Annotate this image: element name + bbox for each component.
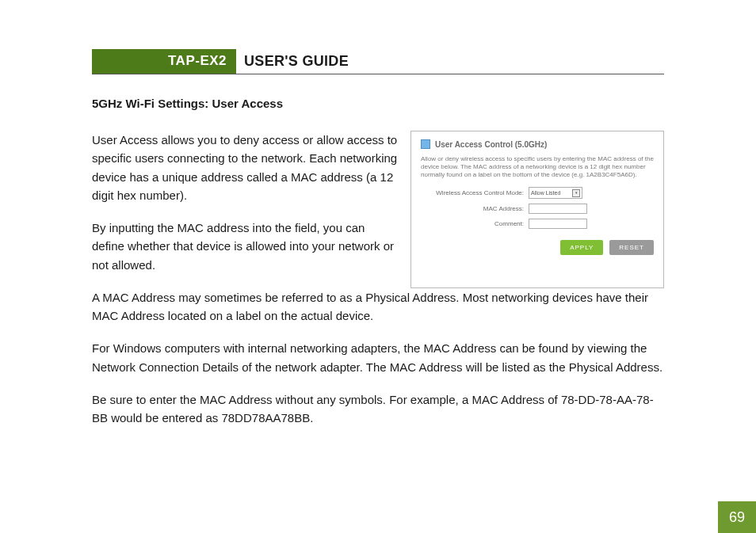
product-badge: TAP-EX2: [92, 49, 236, 74]
mode-select-value: Allow Listed: [531, 190, 560, 196]
apply-button[interactable]: APPLY: [560, 240, 603, 255]
reset-button[interactable]: RESET: [609, 240, 654, 255]
paragraph-2: By inputting the MAC address into the fi…: [92, 219, 398, 274]
mode-label: Wireless Access Control Mode:: [421, 189, 524, 196]
comment-label: Comment:: [421, 220, 524, 227]
page-number: 69: [718, 501, 756, 533]
paragraph-1: User Access allows you to deny access or…: [92, 131, 398, 204]
mac-address-label: MAC Address:: [421, 205, 524, 212]
body-text-full: A MAC Address may sometimes be referred …: [92, 288, 664, 428]
panel-title: User Access Control (5.0GHz): [421, 139, 654, 149]
paragraph-4: For Windows computers with internal netw…: [92, 339, 664, 376]
mode-select[interactable]: Allow Listed ▾: [529, 187, 582, 199]
panel-title-icon: [421, 139, 430, 149]
paragraph-5: Be sure to enter the MAC Address without…: [92, 390, 664, 428]
chevron-down-icon: ▾: [572, 189, 580, 197]
paragraph-3: A MAC Address may sometimes be referred …: [92, 288, 664, 326]
panel-form: Wireless Access Control Mode: Allow List…: [421, 187, 654, 229]
title-bar: TAP-EX2 USER'S GUIDE: [92, 49, 664, 74]
section-heading: 5GHz Wi-Fi Settings: User Access: [92, 97, 664, 110]
panel-title-text: User Access Control (5.0GHz): [435, 140, 547, 149]
mac-address-input[interactable]: [529, 204, 587, 214]
comment-input[interactable]: [529, 219, 587, 229]
panel-description: Allow or deny wireless access to specifi…: [421, 155, 654, 179]
user-access-panel: User Access Control (5.0GHz) Allow or de…: [410, 131, 664, 288]
guide-title: USER'S GUIDE: [236, 49, 349, 74]
body-text-left: User Access allows you to deny access or…: [92, 131, 398, 288]
